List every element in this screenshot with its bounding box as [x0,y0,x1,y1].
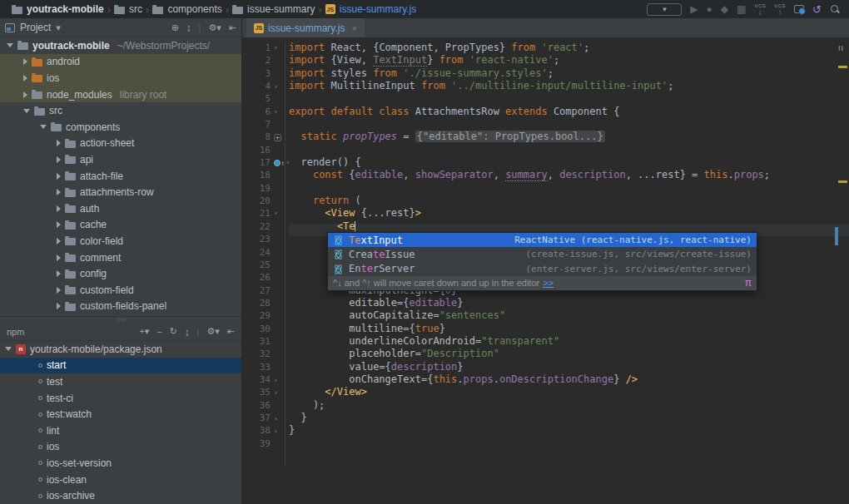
code-line-29[interactable]: 29 autoCapitalize="sentences" [242,309,849,322]
code-line-20[interactable]: 20 return ( [242,195,849,207]
npm-script-ios[interactable]: ios [0,439,241,456]
code-line-17[interactable]: 17↑▾ render() { [242,156,849,169]
warning-stripe-mark[interactable] [838,180,847,183]
chevron-right-icon[interactable] [23,75,27,82]
code-line-19[interactable]: 19 [242,182,849,195]
project-tree-item-src[interactable]: src [0,102,241,119]
completion-item-TextInput[interactable]: TextInputReactNative (react-native.js, r… [328,233,757,247]
npm-script-ios-set-version[interactable]: ios-set-version [0,455,241,472]
project-tree-item-attach-file[interactable]: attach-file [0,168,241,185]
code-line-6[interactable]: 6▾export default class AttachmentsRow ex… [242,106,849,118]
fold-open-icon[interactable]: ▾ [274,207,278,220]
project-tree-item-action-sheet[interactable]: action-sheet [0,136,241,152]
project-tree-item-custom-fields-panel[interactable]: custom-fields-panel [0,299,241,315]
code-line-32[interactable]: 32 placeholder="Description" [242,348,849,360]
fold-end-icon[interactable]: ▴ [274,424,278,437]
breadcrumb-item-src[interactable]: src [109,0,147,18]
settings-icon[interactable]: ⚙▾ [208,22,221,33]
npm-panel-header[interactable]: npm +▾ − ↻ ↨ | ⚙▾ ⇤ [0,323,241,341]
project-tree-item-cache[interactable]: cache [0,217,241,234]
project-panel-header[interactable]: Project ▾ ⊕ ↨ | ⚙▾ ⇤ [0,18,241,37]
project-dropdown-icon[interactable]: ▾ [56,22,61,33]
code-line-35[interactable]: 35▴ </View> [242,386,849,398]
fold-end-icon[interactable]: ▴ [274,386,278,398]
code-line-5[interactable]: 5 [242,92,849,105]
project-tree-item-youtrack-mobile[interactable]: youtrack-mobile~/WebstormProjects/ [0,37,241,54]
chevron-right-icon[interactable] [23,58,27,65]
code-line-18[interactable]: 18 const {editable, showSeparator, summa… [242,169,849,181]
fold-open-icon[interactable]: ▾ [274,106,278,118]
project-tree-item-custom-field[interactable]: custom-field [0,282,241,299]
npm-script-ios-archive[interactable]: ios-archive [0,487,241,504]
collapse-all-icon[interactable]: ↨ [186,22,191,32]
code-line-22[interactable]: 22 <Te [242,220,849,233]
close-icon[interactable]: × [351,23,356,33]
code-line-21[interactable]: 21▾ <View {...rest}> [242,207,849,220]
code-line-33[interactable]: 33 value={description} [242,361,849,373]
locate-icon[interactable]: ⊕ [171,22,179,33]
chevron-right-icon[interactable] [57,221,61,228]
run-config-dropdown[interactable]: ▼ [647,3,682,16]
fold-open-icon[interactable]: ▾ [274,42,278,54]
fold-end-icon[interactable]: ▴ [274,80,278,92]
chevron-right-icon[interactable] [57,173,61,180]
warning-stripe-mark[interactable] [838,66,847,68]
override-icon[interactable]: ↑ [274,160,285,166]
sort-alphabetically-icon[interactable]: π [745,277,752,289]
fold-end-icon[interactable]: ▴ [274,412,278,424]
code-line-30[interactable]: 30 multiline={true} [242,323,849,335]
chevron-down-icon[interactable] [5,347,12,351]
code-line-38[interactable]: 38▴} [242,424,849,437]
tab-issue-summary[interactable]: JS issue-summary.js × [246,18,365,37]
completion-item-EnterServer[interactable]: EnterServer(enter-server.js, src/views/e… [328,262,757,276]
code-line-28[interactable]: 28 editable={editable} [242,297,849,309]
npm-root-item[interactable]: nyoutrack-mobile/package.json [0,341,241,358]
project-tree-item-ios[interactable]: ios [0,70,241,86]
project-tree-item-color-field[interactable]: color-field [0,233,241,250]
chevron-right-icon[interactable] [57,287,61,294]
code-line-36[interactable]: 36 ); [242,399,849,412]
code-line-4[interactable]: 4▴import MultilineInput from '../multili… [242,80,849,92]
fold-collapsed-icon[interactable]: + [274,134,281,141]
chevron-down-icon[interactable] [7,43,13,47]
coverage-button[interactable]: ◆ [721,3,728,15]
fold-end-icon[interactable]: ▴ [274,373,278,386]
chevron-right-icon[interactable] [57,254,61,261]
code-line-2[interactable]: 2import {View, TextInput} from 'react-na… [242,54,849,67]
npm-script-test[interactable]: test [0,373,241,390]
code-line-16[interactable]: 16 [242,144,849,156]
npm-script-test:watch[interactable]: test:watch [0,406,241,422]
panel-splitter[interactable]: ////// [0,316,241,323]
project-tree-item-attachments-row[interactable]: attachments-row [0,184,241,200]
breadcrumb-item-youtrack-mobile[interactable]: youtrack-mobile [7,0,109,18]
code-line-34[interactable]: 34▴ onChangeText={this.props.onDescripti… [242,373,849,386]
chevron-right-icon[interactable] [57,156,61,163]
code-line-3[interactable]: 3import styles from './issue-summary.sty… [242,67,849,80]
code-line-31[interactable]: 31 underlineColorAndroid="transparent" [242,335,849,348]
chevron-right-icon[interactable] [57,205,61,212]
add-icon[interactable]: +▾ [139,326,149,337]
project-tree-item-components[interactable]: components [0,119,241,136]
code-line-39[interactable]: 39 [242,437,849,450]
search-everywhere-button[interactable] [830,4,841,15]
npm-script-ios-clean[interactable]: ios-clean [0,472,241,488]
npm-script-lint[interactable]: lint [0,422,241,439]
completion-hint-link[interactable]: >> [543,278,554,288]
project-tree-item-config[interactable]: config [0,265,241,282]
remove-icon[interactable]: − [156,327,161,337]
chevron-right-icon[interactable] [57,303,61,309]
chevron-right-icon[interactable] [57,189,61,195]
vcs-update-button[interactable]: VCS↓ [754,3,766,15]
chevron-right-icon[interactable] [57,238,61,245]
hide-panel-icon[interactable]: ⇤ [227,326,235,337]
project-tree-item-api[interactable]: api [0,151,241,168]
settings-icon[interactable]: ⚙▾ [206,326,219,337]
project-tree-item-comment[interactable]: comment [0,250,241,266]
breadcrumb-item-issue-summary[interactable]: issue-summary [227,0,320,18]
undo-button[interactable]: ↺ [812,3,822,16]
code-line-7[interactable]: 7 [242,118,849,131]
npm-script-start[interactable]: start [0,358,241,374]
chevron-down-icon[interactable] [23,109,30,113]
code-line-8[interactable]: 8+ static propTypes = {"editable": PropT… [242,131,849,143]
breadcrumb-item-issue-summary.js[interactable]: JSissue-summary.js [320,0,421,18]
